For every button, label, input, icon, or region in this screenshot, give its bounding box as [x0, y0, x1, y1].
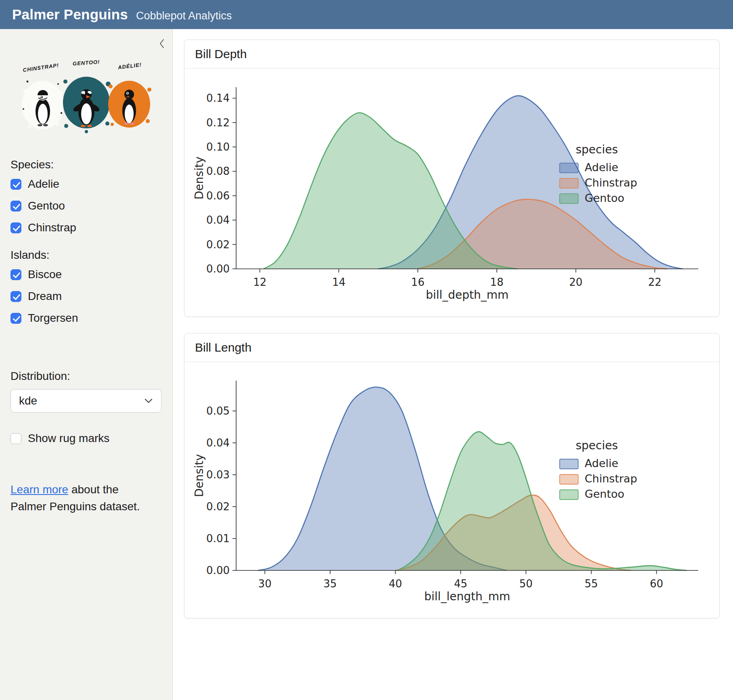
svg-text:14: 14: [332, 276, 346, 288]
app-title: Palmer Penguins: [12, 6, 128, 23]
bill-depth-card-title: Bill Depth: [184, 40, 719, 69]
checkbox-row-dream[interactable]: Dream: [10, 290, 162, 303]
bill-depth-card: Bill Depth 1214161820220.000.020.040.060…: [184, 40, 720, 317]
svg-text:0.04: 0.04: [206, 214, 230, 226]
checkbox-rug-label: Show rug marks: [28, 432, 109, 445]
svg-text:16: 16: [411, 276, 425, 288]
checkbox-adelie[interactable]: [10, 179, 21, 190]
bill-length-card: Bill Length 303540455055600.000.010.020.…: [184, 333, 720, 618]
svg-text:18: 18: [490, 276, 503, 288]
svg-text:12: 12: [253, 276, 266, 288]
svg-text:0.01: 0.01: [206, 532, 230, 545]
app-subtitle: Cobblepot Analytics: [136, 10, 232, 22]
checkbox-biscoe-label: Biscoe: [28, 268, 62, 281]
svg-text:55: 55: [584, 578, 598, 590]
svg-text:0.02: 0.02: [206, 239, 230, 251]
bill-depth-chart: 1214161820220.000.020.040.060.080.100.12…: [188, 73, 715, 309]
learn-more-text: Learn more about the Palmer Penguins dat…: [10, 481, 156, 515]
chevron-left-icon: [158, 38, 166, 49]
svg-text:30: 30: [258, 578, 272, 590]
svg-text:Chinstrap: Chinstrap: [585, 176, 637, 189]
svg-text:20: 20: [569, 276, 582, 288]
svg-text:0.10: 0.10: [206, 141, 230, 153]
svg-text:60: 60: [650, 578, 663, 590]
checkbox-rug[interactable]: [10, 433, 21, 444]
svg-text:bill_depth_mm: bill_depth_mm: [426, 288, 509, 302]
svg-text:0.03: 0.03: [206, 469, 230, 481]
svg-text:Chinstrap: Chinstrap: [585, 472, 637, 485]
svg-text:Adelie: Adelie: [585, 161, 618, 174]
svg-text:0.05: 0.05: [206, 405, 230, 417]
svg-text:Gentoo: Gentoo: [585, 192, 624, 204]
svg-text:40: 40: [389, 578, 402, 590]
chinstrap-label: CHINSTRAP!: [22, 62, 59, 73]
sidebar-collapse-button[interactable]: [156, 36, 168, 52]
svg-text:0.00: 0.00: [206, 263, 230, 275]
checkbox-adelie-label: Adelie: [28, 178, 59, 191]
svg-text:species: species: [576, 439, 618, 452]
svg-text:0.12: 0.12: [206, 117, 230, 129]
checkbox-row-torgersen[interactable]: Torgersen: [10, 312, 162, 325]
svg-text:22: 22: [648, 276, 662, 288]
svg-text:Density: Density: [193, 157, 206, 199]
checkbox-row-adelie[interactable]: Adelie: [10, 178, 162, 191]
svg-text:50: 50: [519, 578, 533, 590]
checkbox-torgersen[interactable]: [10, 313, 21, 324]
distribution-select[interactable]: kde: [10, 389, 161, 413]
distribution-select-value: kde: [19, 394, 37, 407]
sidebar: CHINSTRAP! GENTOO! ADÉLIE! Species: Adel…: [0, 29, 173, 700]
checkbox-row-rug[interactable]: Show rug marks: [10, 432, 162, 445]
svg-text:Density: Density: [193, 454, 206, 497]
bill-length-chart: 303540455055600.000.010.020.030.040.05bi…: [188, 367, 715, 611]
svg-text:45: 45: [454, 578, 467, 590]
gentoo-label: GENTOO!: [72, 59, 100, 67]
svg-text:species: species: [576, 143, 618, 156]
learn-more-link[interactable]: Learn more: [10, 483, 68, 496]
main-content: Bill Depth 1214161820220.000.020.040.060…: [173, 29, 733, 700]
checkbox-biscoe[interactable]: [10, 269, 21, 280]
checkbox-dream[interactable]: [10, 291, 21, 302]
svg-text:0.14: 0.14: [206, 92, 230, 104]
svg-text:Adelie: Adelie: [585, 457, 618, 469]
checkbox-gentoo[interactable]: [10, 201, 21, 212]
svg-text:35: 35: [323, 578, 337, 590]
adelie-label: ADÉLIE!: [117, 61, 142, 70]
species-group-label: Species:: [10, 158, 162, 171]
distribution-label: Distribution:: [10, 370, 162, 383]
checkbox-row-biscoe[interactable]: Biscoe: [10, 268, 162, 281]
svg-text:0.06: 0.06: [206, 190, 230, 202]
svg-text:Gentoo: Gentoo: [585, 488, 624, 500]
svg-text:0.08: 0.08: [206, 165, 230, 177]
chevron-down-icon: [144, 398, 153, 404]
checkbox-torgersen-label: Torgersen: [28, 312, 78, 325]
svg-text:0.02: 0.02: [206, 501, 230, 513]
checkbox-row-chinstrap[interactable]: Chinstrap: [10, 221, 162, 234]
svg-text:0.04: 0.04: [206, 437, 230, 449]
checkbox-chinstrap[interactable]: [10, 222, 21, 233]
svg-text:bill_length_mm: bill_length_mm: [424, 590, 510, 603]
checkbox-chinstrap-label: Chinstrap: [28, 221, 76, 234]
bill-length-card-title: Bill Length: [184, 333, 719, 362]
app-header: Palmer Penguins Cobblepot Analytics: [0, 0, 733, 29]
checkbox-dream-label: Dream: [28, 290, 62, 303]
checkbox-row-gentoo[interactable]: Gentoo: [10, 199, 162, 212]
svg-text:0.00: 0.00: [206, 564, 230, 576]
penguins-artwork: CHINSTRAP! GENTOO! ADÉLIE!: [18, 52, 155, 140]
adelie-penguin: [122, 90, 136, 125]
islands-group-label: Islands:: [10, 249, 162, 262]
checkbox-gentoo-label: Gentoo: [28, 199, 65, 212]
